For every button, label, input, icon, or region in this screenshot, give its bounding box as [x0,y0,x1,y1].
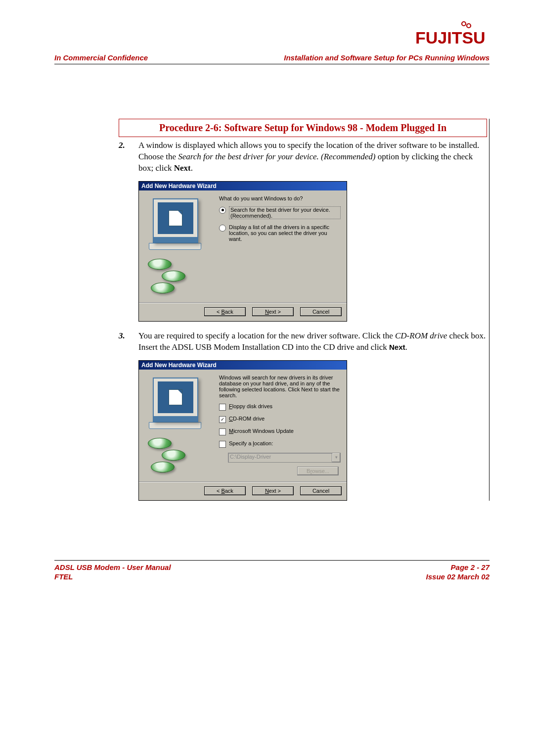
location-input-row: C:\Display-Driver ▾ [228,453,341,463]
checkbox-icon [219,404,226,411]
page-header: In Commercial Confidence Installation an… [54,53,490,64]
step-3: 3. You are required to specify a locatio… [119,331,487,353]
radio-display-list[interactable]: Display a list of all the drivers in a s… [219,224,341,242]
cancel-button[interactable]: Cancel [300,307,342,316]
step-number: 3. [119,331,138,353]
browse-button: Browse... [297,467,339,475]
step-body: You are required to specify a location f… [138,331,487,353]
check-floppy[interactable]: Floppy disk drives [219,403,341,411]
wizard-art [145,195,214,299]
step-body: A window is displayed which allows you t… [138,140,487,174]
check-windows-update[interactable]: Microsoft Windows Update [219,428,341,435]
back-button[interactable]: < Back [204,486,246,495]
wizard-titlebar: Add New Hardware Wizard [139,182,347,190]
radio-label: Display a list of all the drivers in a s… [229,224,341,242]
wizard-2: Add New Hardware Wizard Windows will sea… [138,360,347,501]
brand-text: FUJITSU [415,28,486,47]
dropdown-icon: ▾ [332,453,341,463]
section-title: Procedure 2-6: Software Setup for Window… [119,119,487,137]
next-button[interactable]: Next > [252,486,294,495]
wizard-1: Add New Hardware Wizard What do you want… [138,181,347,322]
cancel-button[interactable]: Cancel [300,486,342,495]
wizard-art [145,375,214,478]
radio-search-best[interactable]: Search for the best driver for your devi… [219,206,341,219]
footer-left: ADSL USB Modem - User Manual FTEL [54,563,171,582]
svg-point-1 [467,24,471,28]
next-button[interactable]: Next > [252,307,294,316]
check-specify-location[interactable]: Specify a location: [219,440,341,448]
radio-icon [219,225,226,232]
brand-logo: FUJITSU [54,20,490,49]
wizard-titlebar: Add New Hardware Wizard [139,361,347,370]
check-label: CD-ROM drive [229,416,341,422]
header-right: Installation and Software Setup for PCs … [284,53,490,62]
radio-label: Search for the best driver for your devi… [229,206,341,219]
footer-right: Page 2 - 27 Issue 02 March 02 [426,563,490,582]
checkbox-icon [219,441,226,448]
checkbox-icon [219,428,226,435]
svg-point-0 [462,22,466,26]
header-left: In Commercial Confidence [54,53,148,62]
check-label: Specify a location: [229,440,341,446]
page-footer: ADSL USB Modem - User Manual FTEL Page 2… [54,561,490,582]
check-cdrom[interactable]: CD-ROM drive [219,416,341,423]
check-label: Floppy disk drives [229,403,341,409]
step-number: 2. [119,140,138,174]
wizard-prompt: What do you want Windows to do? [219,195,341,201]
check-label: Microsoft Windows Update [229,428,341,434]
location-input: C:\Display-Driver [228,453,332,463]
step-2: 2. A window is displayed which allows yo… [119,140,487,174]
back-button[interactable]: < Back [204,307,246,316]
radio-icon [219,207,226,214]
wizard-intro: Windows will search for new drivers in i… [219,375,341,398]
checkbox-icon [219,416,226,423]
